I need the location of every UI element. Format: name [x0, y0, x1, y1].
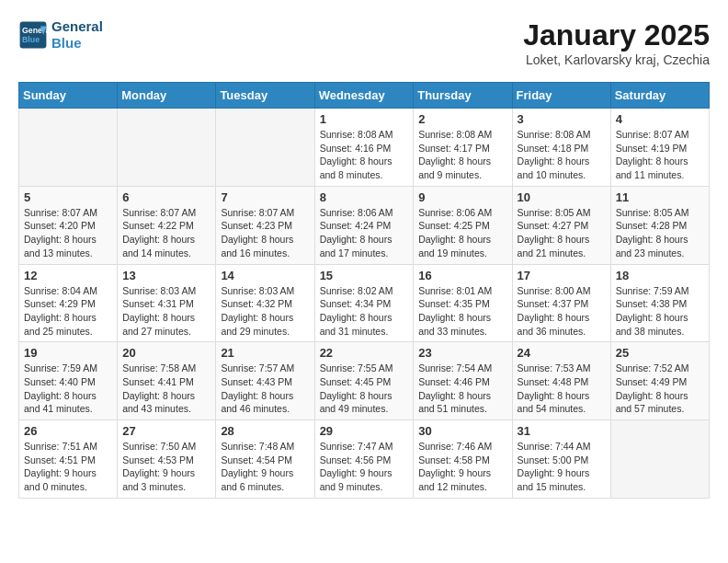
calendar-cell: 2Sunrise: 8:08 AM Sunset: 4:17 PM Daylig… — [414, 109, 512, 187]
day-info: Sunrise: 8:01 AM Sunset: 4:35 PM Dayligh… — [418, 284, 506, 339]
calendar-cell — [610, 420, 709, 499]
calendar-cell: 22Sunrise: 7:55 AM Sunset: 4:45 PM Dayli… — [314, 342, 414, 420]
calendar-cell: 24Sunrise: 7:53 AM Sunset: 4:48 PM Dayli… — [512, 342, 610, 420]
day-number: 18 — [616, 269, 704, 282]
day-number: 20 — [122, 346, 210, 360]
header: General Blue General Blue January 2025 L… — [18, 18, 710, 67]
calendar-cell: 6Sunrise: 8:07 AM Sunset: 4:22 PM Daylig… — [118, 186, 216, 264]
day-info: Sunrise: 7:46 AM Sunset: 4:58 PM Dayligh… — [418, 440, 506, 494]
header-friday: Friday — [512, 83, 610, 109]
calendar-header-row: SundayMondayTuesdayWednesdayThursdayFrid… — [19, 83, 710, 109]
header-tuesday: Tuesday — [216, 83, 314, 109]
day-number: 2 — [418, 112, 506, 126]
calendar-body: 1Sunrise: 8:08 AM Sunset: 4:16 PM Daylig… — [19, 109, 710, 499]
calendar-cell: 21Sunrise: 7:57 AM Sunset: 4:43 PM Dayli… — [216, 342, 314, 420]
day-info: Sunrise: 7:52 AM Sunset: 4:49 PM Dayligh… — [616, 362, 704, 416]
day-number: 4 — [616, 112, 704, 126]
day-number: 17 — [518, 269, 606, 282]
day-info: Sunrise: 8:03 AM Sunset: 4:32 PM Dayligh… — [221, 284, 309, 339]
day-number: 14 — [221, 269, 309, 282]
calendar-cell: 10Sunrise: 8:05 AM Sunset: 4:27 PM Dayli… — [512, 186, 610, 264]
week-row-4: 26Sunrise: 7:51 AM Sunset: 4:51 PM Dayli… — [19, 420, 710, 499]
calendar-cell: 20Sunrise: 7:58 AM Sunset: 4:41 PM Dayli… — [118, 342, 216, 420]
calendar-cell: 14Sunrise: 8:03 AM Sunset: 4:32 PM Dayli… — [216, 264, 314, 342]
calendar-cell: 5Sunrise: 8:07 AM Sunset: 4:20 PM Daylig… — [19, 186, 118, 264]
week-row-0: 1Sunrise: 8:08 AM Sunset: 4:16 PM Daylig… — [19, 109, 710, 187]
day-number: 21 — [221, 346, 309, 360]
day-info: Sunrise: 7:54 AM Sunset: 4:46 PM Dayligh… — [418, 362, 506, 416]
day-number: 15 — [320, 269, 409, 282]
day-info: Sunrise: 7:53 AM Sunset: 4:48 PM Dayligh… — [518, 362, 606, 416]
calendar-cell: 28Sunrise: 7:48 AM Sunset: 4:54 PM Dayli… — [216, 420, 314, 499]
calendar: SundayMondayTuesdayWednesdayThursdayFrid… — [18, 82, 710, 499]
day-number: 3 — [518, 112, 606, 126]
week-row-3: 19Sunrise: 7:59 AM Sunset: 4:40 PM Dayli… — [19, 342, 710, 420]
day-number: 16 — [418, 269, 506, 282]
day-info: Sunrise: 8:08 AM Sunset: 4:18 PM Dayligh… — [518, 128, 606, 182]
calendar-cell: 25Sunrise: 7:52 AM Sunset: 4:49 PM Dayli… — [610, 342, 709, 420]
day-info: Sunrise: 7:58 AM Sunset: 4:41 PM Dayligh… — [122, 362, 210, 416]
day-info: Sunrise: 7:47 AM Sunset: 4:56 PM Dayligh… — [320, 440, 409, 494]
day-number: 31 — [518, 424, 606, 438]
day-info: Sunrise: 8:00 AM Sunset: 4:37 PM Dayligh… — [518, 284, 606, 339]
logo: General Blue General Blue — [18, 18, 103, 52]
day-number: 5 — [24, 190, 112, 204]
day-info: Sunrise: 8:02 AM Sunset: 4:34 PM Dayligh… — [320, 284, 409, 339]
day-info: Sunrise: 8:07 AM Sunset: 4:19 PM Dayligh… — [616, 128, 704, 182]
calendar-cell: 27Sunrise: 7:50 AM Sunset: 4:53 PM Dayli… — [118, 420, 216, 499]
calendar-cell: 30Sunrise: 7:46 AM Sunset: 4:58 PM Dayli… — [414, 420, 512, 499]
calendar-cell: 18Sunrise: 7:59 AM Sunset: 4:38 PM Dayli… — [610, 264, 709, 342]
header-saturday: Saturday — [610, 83, 709, 109]
calendar-cell: 1Sunrise: 8:08 AM Sunset: 4:16 PM Daylig… — [314, 109, 414, 187]
day-number: 23 — [418, 346, 506, 360]
day-info: Sunrise: 7:59 AM Sunset: 4:40 PM Dayligh… — [24, 362, 112, 416]
day-info: Sunrise: 7:55 AM Sunset: 4:45 PM Dayligh… — [320, 362, 409, 416]
day-info: Sunrise: 8:04 AM Sunset: 4:29 PM Dayligh… — [24, 284, 112, 339]
calendar-cell: 29Sunrise: 7:47 AM Sunset: 4:56 PM Dayli… — [314, 420, 414, 499]
day-number: 8 — [320, 190, 409, 204]
day-info: Sunrise: 8:03 AM Sunset: 4:31 PM Dayligh… — [122, 284, 210, 339]
day-number: 30 — [418, 424, 506, 438]
day-number: 7 — [221, 190, 309, 204]
day-info: Sunrise: 8:08 AM Sunset: 4:17 PM Dayligh… — [418, 128, 506, 182]
day-number: 1 — [320, 112, 409, 126]
week-row-1: 5Sunrise: 8:07 AM Sunset: 4:20 PM Daylig… — [19, 186, 710, 264]
calendar-cell: 23Sunrise: 7:54 AM Sunset: 4:46 PM Dayli… — [414, 342, 512, 420]
day-info: Sunrise: 7:59 AM Sunset: 4:38 PM Dayligh… — [616, 284, 704, 339]
calendar-cell: 12Sunrise: 8:04 AM Sunset: 4:29 PM Dayli… — [19, 264, 118, 342]
calendar-cell — [19, 109, 118, 187]
header-thursday: Thursday — [414, 83, 512, 109]
day-info: Sunrise: 8:07 AM Sunset: 4:22 PM Dayligh… — [122, 206, 210, 260]
logo-icon: General Blue — [18, 20, 48, 50]
title-area: January 2025 Loket, Karlovarsky kraj, Cz… — [523, 18, 710, 67]
day-number: 11 — [616, 190, 704, 204]
day-number: 12 — [24, 269, 112, 282]
calendar-cell: 16Sunrise: 8:01 AM Sunset: 4:35 PM Dayli… — [414, 264, 512, 342]
day-info: Sunrise: 7:48 AM Sunset: 4:54 PM Dayligh… — [221, 440, 309, 494]
month-title: January 2025 — [523, 18, 710, 52]
day-info: Sunrise: 7:44 AM Sunset: 5:00 PM Dayligh… — [518, 440, 606, 494]
calendar-cell — [216, 109, 314, 187]
calendar-cell: 17Sunrise: 8:00 AM Sunset: 4:37 PM Dayli… — [512, 264, 610, 342]
day-number: 25 — [616, 346, 704, 360]
calendar-cell: 11Sunrise: 8:05 AM Sunset: 4:28 PM Dayli… — [610, 186, 709, 264]
day-info: Sunrise: 7:51 AM Sunset: 4:51 PM Dayligh… — [24, 440, 112, 494]
svg-text:Blue: Blue — [22, 35, 40, 44]
day-number: 10 — [518, 190, 606, 204]
header-sunday: Sunday — [19, 83, 118, 109]
calendar-cell — [118, 109, 216, 187]
day-number: 19 — [24, 346, 112, 360]
logo-general: General — [51, 18, 103, 35]
day-number: 26 — [24, 424, 112, 438]
location: Loket, Karlovarsky kraj, Czechia — [523, 52, 710, 67]
logo-blue: Blue — [51, 35, 103, 52]
day-info: Sunrise: 8:06 AM Sunset: 4:24 PM Dayligh… — [320, 206, 409, 260]
calendar-cell: 13Sunrise: 8:03 AM Sunset: 4:31 PM Dayli… — [118, 264, 216, 342]
header-wednesday: Wednesday — [314, 83, 414, 109]
day-info: Sunrise: 8:06 AM Sunset: 4:25 PM Dayligh… — [418, 206, 506, 260]
day-number: 27 — [122, 424, 210, 438]
day-info: Sunrise: 7:50 AM Sunset: 4:53 PM Dayligh… — [122, 440, 210, 494]
day-info: Sunrise: 8:07 AM Sunset: 4:23 PM Dayligh… — [221, 206, 309, 260]
day-number: 22 — [320, 346, 409, 360]
calendar-cell: 15Sunrise: 8:02 AM Sunset: 4:34 PM Dayli… — [314, 264, 414, 342]
